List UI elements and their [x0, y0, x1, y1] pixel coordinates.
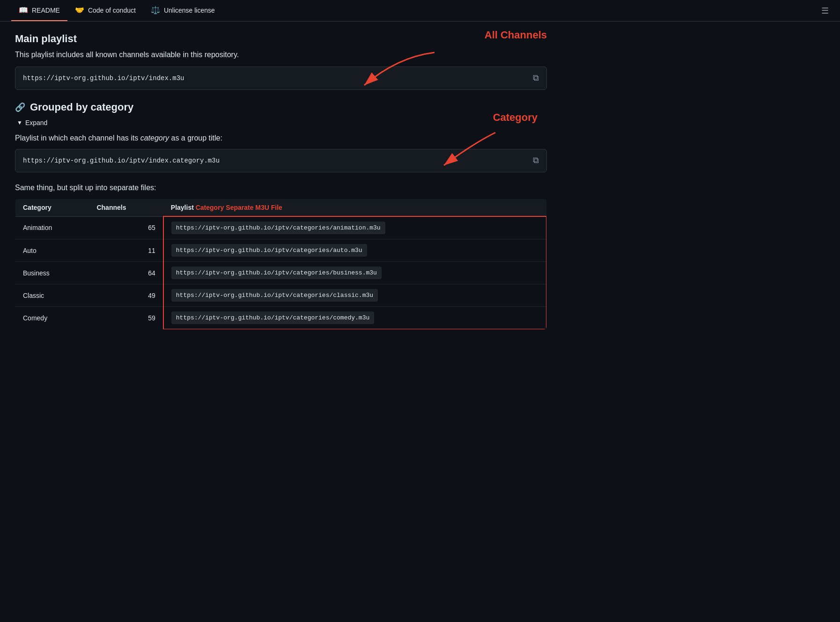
table-row: Auto11https://iptv-org.github.io/iptv/ca… [15, 239, 547, 262]
table-row: Business64https://iptv-org.github.io/ipt… [15, 262, 547, 284]
table-cell-category: Auto [15, 239, 89, 262]
grouped-title: 🔗 Grouped by category [15, 101, 547, 113]
category-table: Category Channels Playlist Category Sepa… [15, 199, 547, 330]
tab-unlicense-label: Unlicense license [164, 7, 215, 14]
table-cell-playlist: https://iptv-org.github.io/iptv/categori… [163, 216, 546, 239]
expand-toggle[interactable]: ▼ Expand [15, 119, 547, 126]
main-content: Main playlist This playlist includes all… [0, 22, 562, 350]
category-url: https://iptv-org.github.io/iptv/index.ca… [23, 157, 220, 164]
table-url: https://iptv-org.github.io/iptv/categori… [171, 311, 374, 324]
table-cell-category: Animation [15, 216, 89, 239]
playlist-annotation: Category Separate M3U File [196, 204, 282, 211]
table-url: https://iptv-org.github.io/iptv/categori… [171, 267, 382, 279]
table-cell-channels: 59 [89, 307, 163, 330]
table-header-channels: Channels [89, 199, 163, 217]
table-cell-channels: 65 [89, 216, 163, 239]
table-cell-playlist: https://iptv-org.github.io/iptv/categori… [163, 307, 546, 330]
copy-main-url-button[interactable]: ⧉ [533, 74, 539, 83]
table-cell-category: Comedy [15, 307, 89, 330]
table-header-category: Category [15, 199, 89, 217]
tab-bar: 📖 README 🤝 Code of conduct ⚖️ Unlicense … [0, 0, 840, 22]
tab-code-of-conduct[interactable]: 🤝 Code of conduct [67, 0, 143, 21]
tab-readme[interactable]: 📖 README [11, 0, 67, 21]
category-url-box: https://iptv-org.github.io/iptv/index.ca… [15, 149, 547, 172]
readme-icon: 📖 [19, 6, 28, 15]
table-cell-category: Business [15, 262, 89, 284]
table-header-playlist: Playlist Category Separate M3U File [163, 199, 546, 217]
main-playlist-section: Main playlist This playlist includes all… [15, 33, 547, 90]
table-row: Classic49https://iptv-org.github.io/iptv… [15, 284, 547, 307]
category-desc: Playlist in which each channel has its c… [15, 134, 547, 142]
code-of-conduct-icon: 🤝 [75, 6, 84, 15]
table-url: https://iptv-org.github.io/iptv/categori… [171, 244, 367, 257]
table-cell-category: Classic [15, 284, 89, 307]
table-cell-channels: 11 [89, 239, 163, 262]
table-row: Comedy59https://iptv-org.github.io/iptv/… [15, 307, 547, 330]
link-icon: 🔗 [15, 102, 25, 112]
table-cell-playlist: https://iptv-org.github.io/iptv/categori… [163, 284, 546, 307]
tab-unlicense[interactable]: ⚖️ Unlicense license [143, 0, 222, 21]
main-playlist-url: https://iptv-org.github.io/iptv/index.m3… [23, 74, 184, 82]
tab-code-of-conduct-label: Code of conduct [88, 7, 136, 14]
grouped-section: 🔗 Grouped by category ▼ Expand Playlist … [15, 101, 547, 330]
tab-readme-label: README [32, 7, 60, 14]
menu-icon[interactable]: ☰ [821, 6, 829, 16]
copy-category-url-button[interactable]: ⧉ [533, 156, 539, 165]
main-playlist-url-box: https://iptv-org.github.io/iptv/index.m3… [15, 67, 547, 90]
category-url-wrapper: https://iptv-org.github.io/iptv/index.ca… [15, 149, 547, 172]
table-url: https://iptv-org.github.io/iptv/categori… [171, 222, 385, 234]
table-cell-channels: 49 [89, 284, 163, 307]
table-row: Animation65https://iptv-org.github.io/ip… [15, 216, 547, 239]
main-playlist-desc: This playlist includes all known channel… [15, 51, 547, 59]
same-thing-desc: Same thing, but split up into separate f… [15, 184, 547, 192]
table-cell-channels: 64 [89, 262, 163, 284]
expand-label: Expand [25, 119, 47, 126]
expand-arrow-icon: ▼ [17, 119, 22, 126]
table-cell-playlist: https://iptv-org.github.io/iptv/categori… [163, 262, 546, 284]
table-cell-playlist: https://iptv-org.github.io/iptv/categori… [163, 239, 546, 262]
main-playlist-title: Main playlist [15, 33, 547, 45]
table-url: https://iptv-org.github.io/iptv/categori… [171, 289, 378, 302]
main-playlist-url-wrapper: https://iptv-org.github.io/iptv/index.m3… [15, 67, 547, 90]
unlicense-icon: ⚖️ [151, 6, 160, 15]
